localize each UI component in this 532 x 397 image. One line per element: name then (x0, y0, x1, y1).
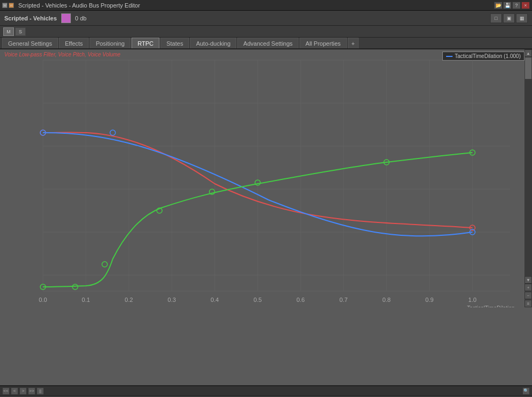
svg-text:TacticalTimeDilation: TacticalTimeDilation (467, 305, 515, 307)
svg-text:0.7: 0.7 (339, 297, 347, 303)
mode-btn-s[interactable]: S (15, 27, 26, 36)
tab-add-btn[interactable]: + (348, 38, 359, 48)
blue-point-2[interactable] (110, 130, 115, 135)
modebar: M S (0, 26, 532, 38)
toolbar-btn-rewind[interactable]: << (2, 387, 10, 395)
view-btn-3[interactable]: ▦ (516, 13, 528, 23)
logo-block-2: W (9, 3, 14, 8)
green-point-3[interactable] (102, 262, 107, 267)
svg-text:0.4: 0.4 (210, 297, 218, 303)
tab-all-properties[interactable]: All Properties (300, 38, 346, 48)
main-area: Voice Low-pass Filter, Voice Pitch, Voic… (0, 49, 532, 385)
zoom-btn-1[interactable]: + (524, 284, 532, 291)
tab-auto-ducking[interactable]: Auto-ducking (190, 38, 236, 48)
toolbar-btn-ffwd[interactable]: >> (28, 387, 35, 395)
view-btn-2[interactable]: ▣ (503, 13, 515, 23)
svg-text:0.2: 0.2 (125, 297, 133, 303)
green-point-2[interactable] (72, 284, 78, 290)
save-btn[interactable]: 💾 (503, 2, 512, 9)
svg-text:0.0: 0.0 (39, 297, 47, 303)
close-btn[interactable]: × (521, 2, 530, 9)
svg-text:0.1: 0.1 (82, 297, 90, 303)
scroll-thumb-v (525, 57, 531, 79)
scroll-up-btn[interactable]: ▲ (524, 49, 532, 57)
search-btn[interactable]: 🔍 (522, 387, 530, 395)
tab-general-settings[interactable]: General Settings (2, 38, 58, 48)
bottom-toolbar: << < > >> || 🔍 (0, 386, 532, 396)
svg-text:0.5: 0.5 (253, 297, 261, 303)
view-buttons: □ ▣ ▦ (490, 13, 528, 23)
app-logo: W W (2, 3, 14, 8)
tab-bar: General Settings Effects Positioning RTP… (0, 38, 532, 49)
rtpc-chart[interactable]: 0.0 0.1 0.2 0.3 0.4 0.5 0.6 0.7 0.8 0.9 … (0, 49, 515, 307)
tab-rtpc[interactable]: RTPC (132, 38, 159, 48)
zoom-btn-3[interactable]: ≡ (524, 300, 532, 307)
titlebar: W W Scripted - Vehicles - Audio Bus Prop… (0, 0, 532, 11)
window-title: Scripted - Vehicles - Audio Bus Property… (18, 2, 140, 9)
help-btn[interactable]: ? (512, 2, 521, 9)
toolbar-btn-pause[interactable]: || (37, 387, 44, 395)
toolbar-btn-next[interactable]: > (19, 387, 27, 395)
window-controls: 📂 💾 ? × (494, 2, 530, 9)
topbar: Scripted - Vehicles 0 db □ ▣ ▦ (0, 11, 532, 26)
scroll-down-btn[interactable]: ▼ (524, 276, 532, 284)
db-value: 0 db (75, 15, 86, 21)
scroll-track-v[interactable] (524, 57, 532, 276)
tab-advanced-settings[interactable]: Advanced Settings (237, 38, 298, 48)
svg-text:1.0: 1.0 (468, 297, 476, 303)
logo-block-1: W (2, 3, 8, 8)
chart-area: Voice Low-pass Filter, Voice Pitch, Voic… (0, 49, 532, 385)
app-name: Scripted - Vehicles (4, 15, 57, 21)
svg-text:0.6: 0.6 (296, 297, 304, 303)
toolbar-btn-prev[interactable]: < (11, 387, 18, 395)
chart-scrollbar-vertical: ▲ ▼ + − ≡ (524, 49, 532, 307)
mode-btn-m[interactable]: M (3, 27, 14, 36)
color-swatch[interactable] (61, 13, 71, 23)
open-btn[interactable]: 📂 (494, 2, 502, 9)
svg-text:0.9: 0.9 (425, 297, 433, 303)
view-btn-1[interactable]: □ (490, 13, 502, 23)
svg-text:0.8: 0.8 (382, 297, 390, 303)
zoom-btn-2[interactable]: − (524, 292, 532, 299)
tab-effects[interactable]: Effects (59, 38, 89, 48)
tab-positioning[interactable]: Positioning (90, 38, 130, 48)
bottom-panel: << < > >> || 🔍 Coordinates Y Axis X Axis… (0, 385, 532, 397)
svg-text:0.3: 0.3 (167, 297, 176, 303)
tab-states[interactable]: States (161, 38, 189, 48)
